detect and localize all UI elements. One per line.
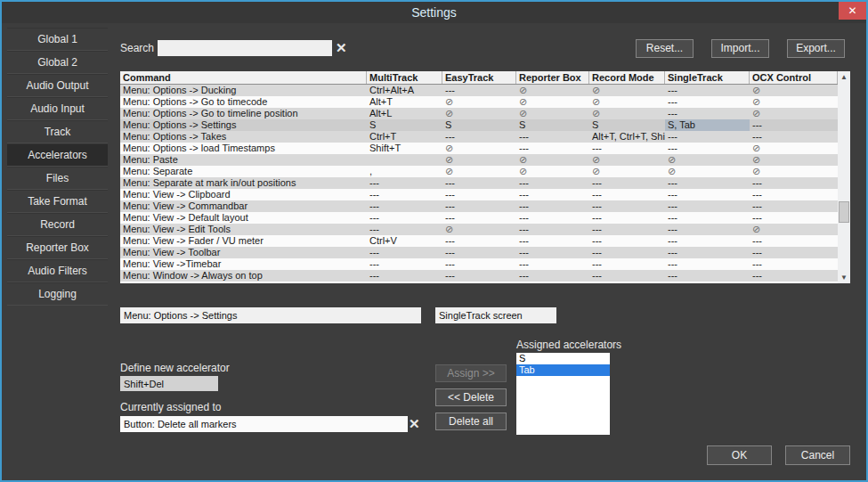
not-available-icon[interactable]: ⊘ xyxy=(665,166,750,177)
not-available-icon[interactable]: ⊘ xyxy=(442,143,516,154)
table-cell[interactable]: --- xyxy=(665,212,750,224)
table-cell[interactable]: --- xyxy=(442,212,516,224)
column-header-reporter-box[interactable]: Reporter Box xyxy=(516,71,589,84)
currently-assigned-field[interactable]: Button: Delete all markers xyxy=(120,416,408,432)
table-cell[interactable]: Alt+T, Ctrl+T, Shi xyxy=(589,131,665,143)
table-cell[interactable]: --- xyxy=(442,200,516,212)
table-cell[interactable]: --- xyxy=(516,143,589,154)
not-available-icon[interactable]: ⊘ xyxy=(442,154,516,166)
table-cell[interactable]: Menu: Options -> Go to timeline position xyxy=(120,108,367,119)
not-available-icon[interactable]: ⊘ xyxy=(750,166,838,177)
table-cell[interactable]: --- xyxy=(589,247,665,258)
table-cell[interactable]: --- xyxy=(516,200,589,212)
table-cell[interactable]: --- xyxy=(750,235,838,247)
table-cell[interactable]: --- xyxy=(750,258,838,270)
table-cell[interactable]: --- xyxy=(665,189,750,200)
not-available-icon[interactable]: ⊘ xyxy=(750,224,838,235)
table-row[interactable]: Menu: Window -> Always on top-----------… xyxy=(120,270,838,282)
table-cell[interactable]: --- xyxy=(442,189,516,200)
table-cell[interactable]: --- xyxy=(665,258,750,270)
column-header-record-mode[interactable]: Record Mode xyxy=(589,71,665,84)
table-cell[interactable]: Menu: View -> Default layout xyxy=(120,212,367,224)
sidebar-item-track[interactable]: Track xyxy=(7,120,108,143)
table-cell[interactable]: --- xyxy=(589,200,665,212)
table-cell[interactable]: Alt+L xyxy=(367,108,442,119)
table-row[interactable]: Menu: Options -> Go to timeline position… xyxy=(120,108,838,119)
not-available-icon[interactable]: ⊘ xyxy=(589,96,665,108)
table-cell[interactable]: Menu: View ->Timebar xyxy=(120,258,367,270)
table-cell[interactable]: , xyxy=(367,166,442,177)
table-row[interactable]: Menu: View -> Toolbar------------------ xyxy=(120,247,838,258)
table-cell[interactable]: Ctrl+V xyxy=(367,235,442,247)
table-cell[interactable]: Ctrl+T xyxy=(367,131,442,143)
assigned-accelerators-list[interactable]: STab xyxy=(516,353,610,435)
sidebar-item-files[interactable]: Files xyxy=(7,167,108,190)
table-cell[interactable]: --- xyxy=(442,235,516,247)
not-available-icon[interactable]: ⊘ xyxy=(442,108,516,119)
not-available-icon[interactable]: ⊘ xyxy=(750,143,838,154)
not-available-icon[interactable]: ⊘ xyxy=(516,154,589,166)
table-cell[interactable]: S xyxy=(442,119,516,131)
table-cell[interactable]: --- xyxy=(516,270,589,282)
not-available-icon[interactable]: ⊘ xyxy=(589,108,665,119)
not-available-icon[interactable]: ⊘ xyxy=(442,96,516,108)
search-clear-icon[interactable]: ✕ xyxy=(336,41,347,55)
table-cell[interactable]: --- xyxy=(665,85,750,96)
table-cell[interactable]: --- xyxy=(589,177,665,189)
reset-button[interactable]: Reset... xyxy=(636,39,694,58)
table-cell[interactable]: Menu: Separate xyxy=(120,166,367,177)
table-cell[interactable]: --- xyxy=(367,177,442,189)
table-cell[interactable]: Menu: View -> Edit Tools xyxy=(120,224,367,235)
table-cell[interactable]: --- xyxy=(516,212,589,224)
table-row[interactable]: Menu: View -> Commandbar----------------… xyxy=(120,200,838,212)
table-row[interactable]: Menu: Paste⊘⊘⊘⊘⊘ xyxy=(120,154,838,166)
not-available-icon[interactable]: ⊘ xyxy=(750,96,838,108)
table-cell[interactable]: --- xyxy=(516,258,589,270)
table-cell[interactable]: --- xyxy=(665,177,750,189)
table-cell[interactable]: S, Tab xyxy=(665,119,750,131)
table-cell[interactable]: --- xyxy=(665,235,750,247)
table-cell[interactable]: --- xyxy=(589,270,665,282)
table-cell[interactable]: --- xyxy=(665,224,750,235)
export-button[interactable]: Export... xyxy=(787,39,845,58)
table-cell[interactable]: Menu: View -> Clipboard xyxy=(120,189,367,200)
table-row[interactable]: Menu: Options -> SettingsSSSSS, Tab--- xyxy=(120,119,838,131)
table-cell[interactable]: --- xyxy=(516,247,589,258)
not-available-icon[interactable]: ⊘ xyxy=(516,85,589,96)
not-available-icon[interactable]: ⊘ xyxy=(589,154,665,166)
table-row[interactable]: Menu: Options -> TakesCtrl+T------Alt+T,… xyxy=(120,131,838,143)
table-row[interactable]: Menu: View -> Edit Tools---⊘---------⊘ xyxy=(120,224,838,235)
table-row[interactable]: Menu: Separate,⊘⊘⊘⊘⊘ xyxy=(120,166,838,177)
table-cell[interactable]: --- xyxy=(516,177,589,189)
table-row[interactable]: Menu: View -> Clipboard-----------------… xyxy=(120,189,838,200)
delete-all-button[interactable]: Delete all xyxy=(435,413,507,430)
table-cell[interactable]: Menu: Options -> Ducking xyxy=(120,85,367,96)
table-cell[interactable]: Ctrl+Alt+A xyxy=(367,85,442,96)
table-cell[interactable]: --- xyxy=(589,235,665,247)
column-header-multitrack[interactable]: MultiTrack xyxy=(367,71,442,84)
table-cell[interactable]: --- xyxy=(750,212,838,224)
table-row[interactable]: Menu: Options -> load TimestampsShift+T⊘… xyxy=(120,143,838,154)
table-cell[interactable]: --- xyxy=(367,200,442,212)
scroll-down-arrow-icon[interactable]: ▼ xyxy=(838,272,850,283)
table-cell[interactable]: --- xyxy=(589,224,665,235)
sidebar-item-audio-input[interactable]: Audio Input xyxy=(7,97,108,120)
table-cell[interactable]: --- xyxy=(367,258,442,270)
table-row[interactable]: Menu: View -> Default layout------------… xyxy=(120,212,838,224)
selected-command-field[interactable]: Menu: Options -> Settings xyxy=(120,307,421,323)
table-row[interactable]: Menu: Separate at mark in/out positions-… xyxy=(120,177,838,189)
table-cell[interactable] xyxy=(367,154,442,166)
table-cell[interactable]: S xyxy=(367,119,442,131)
table-cell[interactable]: --- xyxy=(442,258,516,270)
column-header-ocx-control[interactable]: OCX Control xyxy=(750,71,838,84)
not-available-icon[interactable]: ⊘ xyxy=(750,85,838,96)
table-cell[interactable]: --- xyxy=(367,247,442,258)
table-cell[interactable]: --- xyxy=(367,270,442,282)
not-available-icon[interactable]: ⊘ xyxy=(442,224,516,235)
sidebar-item-accelerators[interactable]: Accelerators xyxy=(7,143,108,167)
table-cell[interactable]: Menu: Options -> load Timestamps xyxy=(120,143,367,154)
accelerator-item[interactable]: Tab xyxy=(516,364,610,376)
scrollbar-thumb[interactable] xyxy=(839,201,849,223)
table-cell[interactable]: --- xyxy=(750,189,838,200)
scroll-up-arrow-icon[interactable]: ▲ xyxy=(838,71,850,83)
